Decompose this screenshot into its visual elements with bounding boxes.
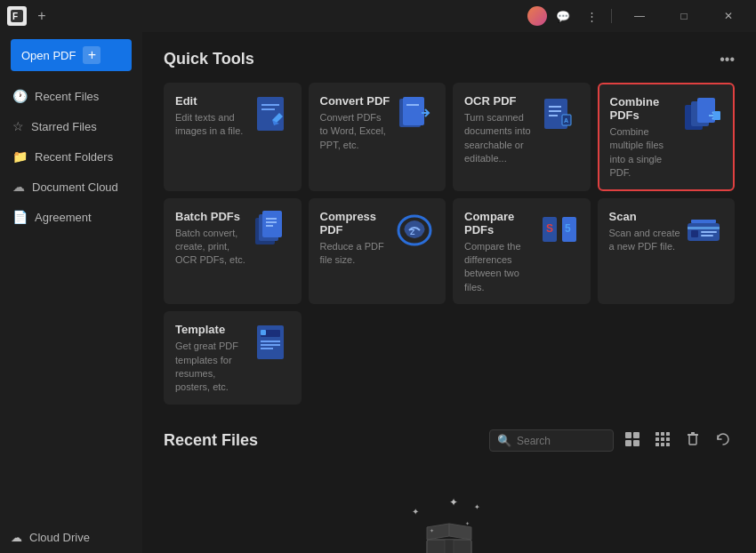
tool-card-compare-pdfs[interactable]: Compare PDFs Compare the differences bet… [453, 198, 591, 305]
user-avatar[interactable] [527, 6, 547, 26]
recent-files-controls: 🔍 [489, 429, 735, 453]
agreement-icon: 📄 [12, 210, 28, 224]
svg-rect-4 [261, 108, 275, 110]
svg-text:A: A [564, 117, 568, 124]
tool-text: Template Get great PDF templates for res… [175, 323, 247, 395]
search-box[interactable]: 🔍 [489, 429, 614, 452]
sidebar-item-label: Starred Files [31, 120, 97, 133]
chat-icon[interactable]: 💬 [551, 6, 575, 26]
svg-rect-49 [655, 437, 659, 441]
svg-text:S: S [546, 222, 553, 235]
svg-rect-20 [262, 211, 282, 237]
tool-card-template[interactable]: Template Get great PDF templates for res… [164, 311, 302, 405]
tool-text: Combine PDFs Combine multiple files into… [610, 95, 680, 180]
svg-text:Z: Z [410, 228, 415, 236]
svg-rect-23 [266, 225, 273, 227]
sidebar-item-agreement[interactable]: 📄 Agreement [4, 203, 139, 231]
tool-text: Convert PDF Convert PDFs to Word, Excel,… [320, 94, 392, 152]
tool-card-compress-pdf[interactable]: Compress PDF Reduce a PDF file size. Z [309, 198, 446, 305]
sidebar-item-label: Agreement [35, 211, 92, 224]
app-logo: F [7, 6, 27, 26]
tool-card-combine-pdfs[interactable]: Combine PDFs Combine multiple files into… [598, 83, 736, 191]
tool-text: Batch PDFs Batch convert, create, print,… [175, 210, 247, 268]
sidebar-nav: 🕐 Recent Files ☆ Starred Files 📁 Recent … [0, 82, 142, 522]
svg-rect-47 [661, 432, 664, 436]
svg-rect-17 [713, 111, 720, 120]
recent-folders-icon: 📁 [12, 149, 28, 164]
maximize-button[interactable]: □ [664, 0, 704, 32]
tool-text: Edit Edit texts and images in a file. [175, 94, 247, 139]
cloud-drive-label: Cloud Drive [29, 531, 90, 544]
sidebar-item-recent-folders[interactable]: 📁 Recent Folders [4, 142, 139, 171]
delete-button[interactable] [681, 429, 704, 453]
add-icon: + [83, 46, 101, 64]
tool-card-ocr-pdf[interactable]: OCR PDF Turn scanned documents into sear… [453, 83, 591, 191]
tool-text: OCR PDF Turn scanned documents into sear… [464, 94, 536, 166]
svg-rect-44 [625, 440, 631, 446]
add-tab-button[interactable]: + [32, 6, 52, 26]
view-grid-small-button[interactable] [651, 429, 674, 453]
sidebar-item-label: Document Cloud [32, 180, 118, 194]
svg-text:5: 5 [565, 222, 571, 235]
quick-tools-more-button[interactable]: ••• [720, 52, 735, 68]
svg-rect-31 [691, 220, 716, 223]
tool-text: Compress PDF Reduce a PDF file size. [320, 210, 392, 268]
svg-rect-57 [691, 432, 695, 434]
svg-rect-39 [261, 344, 280, 346]
recent-files-icon: 🕐 [12, 89, 28, 103]
svg-rect-50 [661, 437, 664, 441]
svg-rect-35 [701, 235, 713, 236]
svg-rect-11 [549, 115, 558, 116]
svg-rect-51 [666, 437, 670, 441]
svg-text:✦: ✦ [465, 521, 470, 526]
svg-rect-6 [403, 97, 424, 125]
sidebar-item-label: Recent Files [35, 90, 99, 103]
svg-text:✦: ✦ [449, 497, 458, 509]
svg-rect-40 [261, 348, 273, 349]
scan-icon [684, 210, 723, 249]
svg-rect-9 [549, 106, 561, 108]
sidebar-item-recent-files[interactable]: 🕐 Recent Files [4, 82, 139, 110]
quick-tools-header: Quick Tools ••• [164, 50, 735, 68]
ocr-pdf-icon: A [540, 94, 579, 133]
search-icon: 🔍 [497, 434, 511, 447]
sidebar-item-document-cloud[interactable]: ☁ Document Cloud [4, 172, 139, 201]
svg-rect-22 [266, 221, 277, 223]
empty-box-illustration: ✦ ✦ ✦ ✦ ✦ [405, 497, 494, 553]
tool-card-scan[interactable]: Scan Scan and create a new PDF file. [598, 198, 736, 305]
tool-text: Compare PDFs Compare the differences bet… [464, 210, 536, 295]
svg-rect-67 [445, 540, 454, 553]
edit-icon [251, 94, 290, 133]
titlebar: F + 💬 ⋮ — □ ✕ [0, 0, 756, 32]
document-cloud-icon: ☁ [12, 180, 25, 194]
minimize-button[interactable]: — [619, 0, 660, 32]
sidebar-item-starred-files[interactable]: ☆ Starred Files [4, 112, 139, 140]
svg-rect-3 [261, 104, 279, 106]
view-grid-large-button[interactable] [621, 429, 644, 453]
svg-rect-10 [549, 110, 561, 112]
sidebar-footer-cloud-drive[interactable]: ☁ Cloud Drive [0, 522, 142, 553]
tool-card-convert-pdf[interactable]: Convert PDF Convert PDFs to Word, Excel,… [309, 83, 446, 191]
open-pdf-button[interactable]: Open PDF + [11, 39, 132, 71]
svg-rect-46 [655, 432, 659, 436]
refresh-button[interactable] [712, 429, 735, 453]
svg-text:✦: ✦ [474, 503, 480, 511]
recent-files-header: Recent Files 🔍 [164, 429, 735, 453]
main-layout: Open PDF + 🕐 Recent Files ☆ Starred File… [0, 32, 756, 553]
svg-rect-21 [266, 218, 277, 220]
more-options-icon[interactable]: ⋮ [579, 6, 604, 26]
svg-rect-53 [661, 443, 664, 446]
tool-card-edit[interactable]: Edit Edit texts and images in a file. [164, 83, 302, 191]
svg-rect-32 [688, 227, 720, 229]
svg-rect-55 [689, 435, 696, 445]
search-input[interactable] [517, 435, 606, 447]
svg-rect-48 [666, 432, 670, 436]
svg-rect-38 [261, 341, 280, 342]
close-button[interactable]: ✕ [708, 0, 749, 32]
svg-rect-7 [406, 104, 419, 106]
tool-card-batch-pdfs[interactable]: Batch PDFs Batch convert, create, print,… [164, 198, 302, 305]
svg-rect-34 [701, 231, 717, 233]
svg-rect-45 [633, 440, 639, 446]
recent-files-title: Recent Files [164, 431, 258, 450]
svg-rect-54 [666, 443, 670, 446]
